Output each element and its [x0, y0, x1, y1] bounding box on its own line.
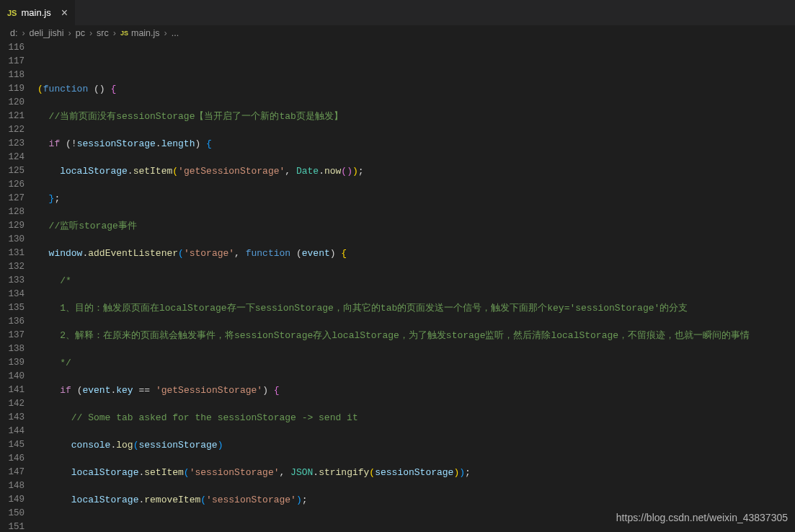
code-editor[interactable]: 1161171181191201211221231241251261271281… — [0, 41, 795, 532]
line-number: 132 — [0, 260, 25, 274]
line-number: 118 — [0, 68, 25, 82]
breadcrumb-trail[interactable]: ... — [172, 28, 179, 38]
line-number: 135 — [0, 301, 25, 315]
file-tab-main-js[interactable]: JS main.js × — [0, 0, 76, 25]
chevron-right-icon: › — [89, 28, 92, 38]
line-number: 121 — [0, 110, 25, 123]
line-number: 116 — [0, 41, 25, 55]
line-number: 140 — [0, 370, 25, 384]
breadcrumb[interactable]: d:› deli_jishi› pc› src› JS main.js› ... — [0, 25, 795, 41]
breadcrumb-part[interactable]: pc — [76, 28, 85, 38]
breadcrumb-part[interactable]: deli_jishi — [30, 28, 64, 38]
line-number: 122 — [0, 123, 25, 137]
line-number: 124 — [0, 151, 25, 164]
breadcrumb-file[interactable]: main.js — [131, 28, 160, 38]
line-number: 129 — [0, 219, 25, 233]
line-number: 150 — [0, 507, 25, 520]
js-icon: JS — [7, 9, 17, 17]
line-number: 130 — [0, 233, 25, 247]
line-number: 119 — [0, 82, 25, 96]
line-number: 145 — [0, 438, 25, 452]
line-number: 138 — [0, 342, 25, 356]
tab-bar: JS main.js × — [0, 0, 795, 25]
line-number: 137 — [0, 329, 25, 342]
line-number: 143 — [0, 411, 25, 425]
breadcrumb-part[interactable]: src — [97, 28, 109, 38]
line-number: 142 — [0, 397, 25, 411]
code-content[interactable]: (function () { //当前页面没有sessionStorage【当开… — [37, 41, 795, 532]
line-number: 125 — [0, 164, 25, 178]
close-icon[interactable]: × — [61, 7, 68, 19]
js-icon: JS — [120, 30, 128, 37]
tab-filename: main.js — [21, 7, 50, 18]
line-number: 147 — [0, 466, 25, 479]
line-number: 126 — [0, 178, 25, 192]
line-number: 148 — [0, 479, 25, 493]
line-number: 128 — [0, 205, 25, 219]
line-number: 139 — [0, 356, 25, 370]
watermark: https://blog.csdn.net/weixin_43837305 — [616, 512, 788, 523]
line-number: 151 — [0, 520, 25, 532]
line-number: 133 — [0, 274, 25, 288]
line-number: 141 — [0, 384, 25, 397]
line-number: 149 — [0, 493, 25, 507]
chevron-right-icon: › — [68, 28, 71, 38]
line-number: 123 — [0, 137, 25, 151]
line-number: 131 — [0, 247, 25, 260]
chevron-right-icon: › — [22, 28, 25, 38]
line-number: 134 — [0, 288, 25, 301]
line-number: 117 — [0, 55, 25, 68]
line-number: 144 — [0, 425, 25, 438]
line-number: 136 — [0, 315, 25, 329]
line-number: 146 — [0, 452, 25, 466]
line-number-gutter: 1161171181191201211221231241251261271281… — [0, 41, 37, 532]
chevron-right-icon: › — [164, 28, 167, 38]
chevron-right-icon: › — [113, 28, 116, 38]
line-number: 127 — [0, 192, 25, 205]
breadcrumb-part[interactable]: d: — [10, 28, 17, 38]
line-number: 120 — [0, 96, 25, 110]
